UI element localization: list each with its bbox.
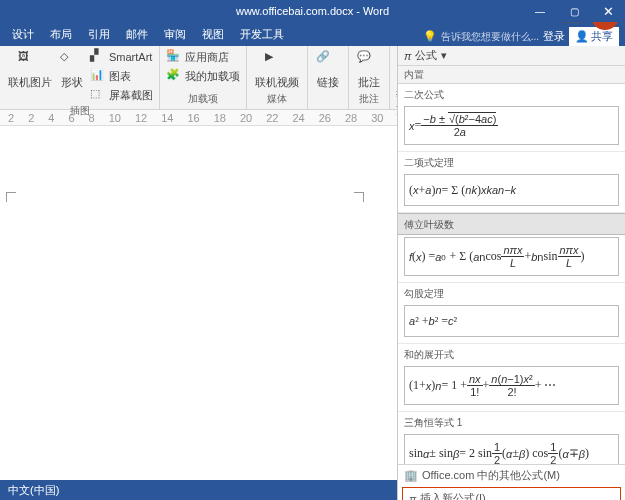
chart-button[interactable]: 📊图表 <box>90 67 153 85</box>
minimize-button[interactable]: — <box>523 0 557 22</box>
lightbulb-icon: 💡 <box>423 30 437 43</box>
store-icon: 🏪 <box>166 49 182 65</box>
equation-preview: (1+x)n = 1 + nx1! + n(n−1)x²2! + ⋯ <box>404 366 619 405</box>
equation-preview: a² + b² = c² <box>404 305 619 337</box>
tab-design[interactable]: 设计 <box>4 23 42 46</box>
tab-view[interactable]: 视图 <box>194 23 232 46</box>
screenshot-icon: ⬚ <box>90 87 106 103</box>
links-button[interactable]: 🔗链接 <box>314 48 342 92</box>
equation-item-quadratic[interactable]: 二次公式 x = −b ± √(b²−4ac)2a <box>398 84 625 152</box>
dropdown-icon: ▾ <box>441 49 447 62</box>
equation-item-binomial[interactable]: 二项式定理 (x+a)n = Σ (nk) xkan−k <box>398 152 625 213</box>
tab-references[interactable]: 引用 <box>80 23 118 46</box>
pi-icon: π <box>404 50 411 62</box>
pi-icon: π <box>409 493 416 501</box>
addins-icon: 🧩 <box>166 68 182 84</box>
online-video-button[interactable]: ▶联机视频 <box>253 48 301 92</box>
language-indicator[interactable]: 中文(中国) <box>8 483 59 498</box>
chart-icon: 📊 <box>90 68 106 84</box>
tab-mailings[interactable]: 邮件 <box>118 23 156 46</box>
equation-preview: sinα ± sinβ = 2 sin12(α±β) cos12(α∓β) <box>404 434 619 464</box>
equation-preview: (x+a)n = Σ (nk) xkan−k <box>404 174 619 206</box>
equation-preview: x = −b ± √(b²−4ac)2a <box>404 106 619 145</box>
tab-developer[interactable]: 开发工具 <box>232 23 292 46</box>
video-icon: ▶ <box>265 50 289 74</box>
online-pictures-button[interactable]: 🖼联机图片 <box>6 48 54 92</box>
smartart-icon: ▞ <box>90 49 106 65</box>
tab-layout[interactable]: 布局 <box>42 23 80 46</box>
tab-review[interactable]: 审阅 <box>156 23 194 46</box>
store-button[interactable]: 🏪应用商店 <box>166 48 240 66</box>
comment-icon: 💬 <box>357 50 381 74</box>
screenshot-button[interactable]: ⬚屏幕截图 <box>90 86 153 104</box>
equation-item-pythagoras[interactable]: 勾股定理 a² + b² = c² <box>398 283 625 344</box>
more-equations-link[interactable]: 🏢Office.com 中的其他公式(M) <box>398 465 625 486</box>
equation-panel: π 公式 ▾ 内置 二次公式 x = −b ± √(b²−4ac)2a 二项式定… <box>397 46 625 500</box>
ribbon-tabs: 设计 布局 引用 邮件 审阅 视图 开发工具 💡 告诉我您想要做什么... 登录… <box>0 22 625 46</box>
equation-preview: f(x) = a₀ + Σ (ancosnπxL + bnsinnπxL) <box>404 237 619 276</box>
shapes-button[interactable]: ◇形状 <box>58 48 86 92</box>
myaddins-button[interactable]: 🧩我的加载项 <box>166 67 240 85</box>
link-icon: 🔗 <box>316 50 340 74</box>
page-corner-tr <box>354 192 364 202</box>
comment-button[interactable]: 💬批注 <box>355 48 383 92</box>
titlebar: www.officebai.com.docx - Word — ▢ ✕ <box>0 0 625 22</box>
equation-item-sumexpand[interactable]: 和的展开式 (1+x)n = 1 + nx1! + n(n−1)x²2! + ⋯ <box>398 344 625 412</box>
close-button[interactable]: ✕ <box>591 0 625 22</box>
login-link[interactable]: 登录 <box>543 29 565 44</box>
maximize-button[interactable]: ▢ <box>557 0 591 22</box>
page-corner-tl <box>6 192 16 202</box>
insert-new-equation-button[interactable]: π插入新公式(I) <box>402 487 621 500</box>
shapes-icon: ◇ <box>60 50 84 74</box>
tellme-input[interactable]: 告诉我您想要做什么... <box>441 30 539 44</box>
equation-item-trig1[interactable]: 三角恒等式 1 sinα ± sinβ = 2 sin12(α±β) cos12… <box>398 412 625 464</box>
group-media-label: 媒体 <box>253 92 301 107</box>
equation-header[interactable]: π 公式 ▾ <box>398 46 625 66</box>
equation-item-fourier[interactable]: 傅立叶级数 f(x) = a₀ + Σ (ancosnπxL + bnsinnπ… <box>398 213 625 283</box>
smartart-button[interactable]: ▞SmartArt <box>90 48 153 66</box>
picture-icon: 🖼 <box>18 50 42 74</box>
page[interactable] <box>0 186 370 446</box>
group-comments-label: 批注 <box>355 92 383 107</box>
equation-builtin-label: 内置 <box>398 66 625 84</box>
equation-list[interactable]: 二次公式 x = −b ± √(b²−4ac)2a 二项式定理 (x+a)n =… <box>398 84 625 464</box>
group-addins-label: 加载项 <box>166 92 240 107</box>
office-icon: 🏢 <box>404 469 418 482</box>
person-icon: 👤 <box>575 30 589 43</box>
statusbar: 中文(中国) <box>0 480 397 500</box>
window-title: www.officebai.com.docx - Word <box>236 5 389 17</box>
